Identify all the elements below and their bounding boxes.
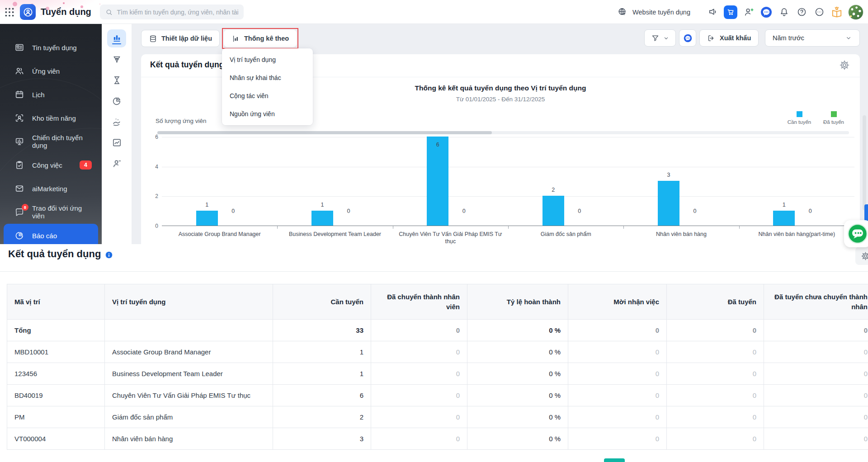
section-title: Kết quả tuyển dụng bbox=[8, 248, 101, 260]
table-cell: 0 bbox=[568, 363, 667, 385]
bar-value-label-da-tuyen: 0 bbox=[228, 208, 239, 214]
legend-item[interactable]: Đã tuyển bbox=[820, 111, 847, 125]
tasks-icon bbox=[14, 160, 24, 170]
table-cell: BD40019 bbox=[7, 385, 105, 406]
table-header-row: Mã vị tríVị trí tuyển dụngCần tuyểnĐã ch… bbox=[7, 284, 868, 320]
recruitment-app-logo[interactable] bbox=[20, 4, 36, 20]
bar-value-label-da-tuyen: 0 bbox=[574, 208, 585, 214]
sidebar-item-ung-vien[interactable]: Ứng viên bbox=[4, 59, 98, 83]
page-vertical-scrollbar[interactable] bbox=[863, 115, 866, 210]
rail-item-hourglass-icon[interactable] bbox=[107, 71, 126, 89]
x-category-label: Associate Group Brand Manager bbox=[163, 231, 276, 238]
menu-item[interactable]: Vị trí tuyển dụng bbox=[222, 51, 313, 69]
sidebar-item-kho-tiem-nang[interactable]: Kho tiềm năng bbox=[4, 106, 98, 130]
rail-item-funnel-layers-icon[interactable] bbox=[107, 50, 126, 68]
column-header: Tỷ lệ hoàn thành bbox=[467, 284, 568, 320]
tab-statistics-by[interactable]: Thống kê theo bbox=[224, 30, 297, 47]
export-button[interactable]: Xuất khẩu bbox=[699, 29, 759, 47]
app-title: Tuyển dụng bbox=[41, 7, 91, 17]
add-user-icon[interactable] bbox=[742, 6, 755, 19]
bar-value-label-da-tuyen: 0 bbox=[458, 208, 469, 214]
rail-item-pie-chart-icon[interactable] bbox=[107, 92, 126, 110]
user-avatar[interactable] bbox=[848, 5, 863, 20]
more-options-icon[interactable] bbox=[813, 6, 826, 19]
chat-support-button[interactable] bbox=[679, 29, 696, 47]
sidebar-item-bao-cao[interactable]: Báo cáo bbox=[4, 224, 98, 244]
table-row: 123456Business Development Team Leader10… bbox=[7, 363, 868, 385]
table-cell: Tổng bbox=[7, 320, 105, 341]
rail-item-trend-icon[interactable] bbox=[107, 133, 126, 151]
cart-button[interactable] bbox=[724, 5, 737, 19]
website-link[interactable]: Website tuyển dụng bbox=[616, 6, 690, 19]
legend-item[interactable]: Cần tuyển bbox=[786, 111, 813, 125]
table-cell: Nhân viên bán hàng bbox=[105, 428, 273, 450]
table-cell: 0 bbox=[764, 341, 868, 363]
table-cell: 0 % bbox=[467, 406, 568, 428]
table-cell: 123456 bbox=[7, 363, 105, 385]
card-settings-gear-icon[interactable] bbox=[839, 60, 850, 71]
zalo-chat-widget[interactable] bbox=[844, 220, 868, 247]
bar-value-label-da-tuyen: 0 bbox=[805, 208, 816, 214]
mail-icon bbox=[14, 184, 24, 193]
messenger-icon[interactable] bbox=[760, 6, 773, 19]
table-cell: 1 bbox=[273, 341, 371, 363]
chevron-down-icon bbox=[845, 34, 852, 42]
bar-can-tuyen bbox=[311, 211, 333, 226]
sidebar-item-lich[interactable]: Lịch bbox=[4, 83, 98, 106]
y-axis-label: Số lượng ứng viên bbox=[156, 118, 207, 124]
menu-item[interactable]: Nhân sự khai thác bbox=[222, 69, 313, 87]
menu-item[interactable]: Cộng tác viên bbox=[222, 87, 313, 105]
card-title: Kết quả tuyển dụng bbox=[150, 60, 224, 70]
floating-chat-tab[interactable] bbox=[604, 458, 625, 462]
collapsed-side-widget[interactable] bbox=[864, 204, 868, 221]
table-cell: MBD10001 bbox=[7, 341, 105, 363]
sidebar-item-trao-doi-voi-ung-vien[interactable]: 8Trao đổi với ứng viên bbox=[4, 200, 98, 224]
column-header: Vị trí tuyển dụng bbox=[105, 284, 273, 320]
table-cell: 0 bbox=[764, 320, 868, 341]
menu-item[interactable]: Nguồn ứng viên bbox=[222, 105, 313, 123]
filter-button[interactable] bbox=[644, 29, 676, 47]
knowledge-guide-icon[interactable] bbox=[830, 6, 843, 19]
column-header: Mã vị trí bbox=[7, 284, 105, 320]
table-cell: 0 bbox=[764, 428, 868, 450]
sidebar-item-chien-dich-tuyen-dung[interactable]: Chiến dịch tuyển dụng bbox=[4, 130, 98, 153]
table-cell: Giám đốc sản phẩm bbox=[105, 406, 273, 428]
sidebar-item-tin-tuyen-dung[interactable]: Tin tuyển dụng bbox=[4, 36, 98, 59]
table-cell: 0 bbox=[667, 406, 764, 428]
app-launcher-icon[interactable] bbox=[4, 6, 15, 18]
messenger-blue-icon bbox=[684, 34, 692, 42]
megaphone-icon[interactable] bbox=[706, 6, 719, 19]
sidebar-item-cong-viec[interactable]: Công việc4 bbox=[4, 153, 98, 177]
sidebar-menu: Tin tuyển dụngỨng viênLịchKho tiềm năngC… bbox=[0, 24, 102, 244]
table-cell: 3 bbox=[273, 428, 371, 450]
rail-item-hand-points-icon[interactable] bbox=[107, 113, 126, 131]
legend-swatch bbox=[831, 111, 837, 117]
table-cell: 0 bbox=[371, 385, 467, 406]
x-category-label: Business Development Team Leader bbox=[278, 231, 392, 238]
bar-value-label: 6 bbox=[427, 141, 448, 148]
info-icon[interactable] bbox=[105, 251, 113, 259]
sidebar-item-aimarketing[interactable]: aiMarketing bbox=[4, 177, 98, 200]
table-cell: 0 % bbox=[467, 320, 568, 341]
period-select[interactable]: Năm trước bbox=[765, 29, 860, 47]
help-icon[interactable] bbox=[795, 6, 808, 19]
column-header: Đã chuyển thành nhân viên bbox=[371, 284, 467, 320]
top-bar: Tuyển dụng Website tuyển dụng bbox=[0, 0, 868, 24]
rail-item-bar-chart-icon[interactable] bbox=[107, 29, 126, 47]
global-search[interactable] bbox=[100, 5, 244, 19]
recruitment-result-table: Mã vị tríVị trí tuyển dụngCần tuyểnĐã ch… bbox=[7, 284, 868, 450]
table-settings-gear-button[interactable] bbox=[855, 247, 868, 265]
bar-value-label: 1 bbox=[311, 202, 333, 208]
table-cell: 0 % bbox=[467, 363, 568, 385]
notification-bell-icon[interactable] bbox=[778, 6, 790, 19]
table-cell: 0 % bbox=[467, 341, 568, 363]
table-cell: 0 bbox=[371, 363, 467, 385]
y-tick-label: 2 bbox=[144, 193, 158, 199]
x-category-label: Nhân viên bán hàng(part-time) bbox=[740, 231, 853, 238]
rail-item-person-dash-icon[interactable] bbox=[107, 154, 126, 172]
report-icon bbox=[14, 231, 24, 240]
table-row: VT000004Nhân viên bán hàng300 %000 bbox=[7, 428, 868, 450]
search-input[interactable] bbox=[117, 9, 238, 16]
tab-data-setup[interactable]: Thiết lập dữ liệu bbox=[141, 30, 220, 47]
scrollbar-thumb[interactable] bbox=[157, 131, 492, 134]
